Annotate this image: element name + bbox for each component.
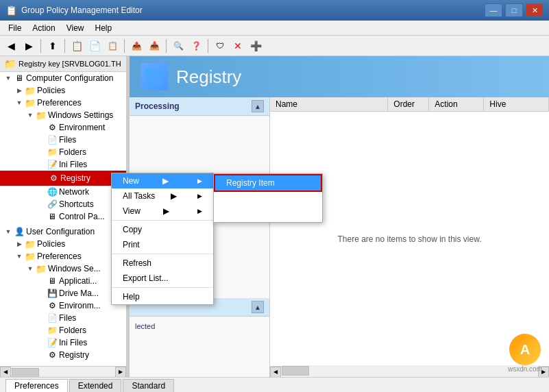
tree-node-registry-2[interactable]: ⚙ Registry — [0, 349, 126, 361]
context-menu[interactable]: New ▶ Registry Item Collection Item Regi… — [111, 173, 214, 305]
tab-standard[interactable]: Standard — [123, 379, 174, 392]
help-button[interactable]: ❓ — [188, 38, 204, 54]
windows-settings-1-label: Windows Settings — [48, 110, 113, 120]
menu-help[interactable]: Help — [90, 22, 118, 34]
watermark-text: wsxdn.com — [508, 365, 542, 373]
ctx-print[interactable]: Print — [112, 237, 213, 252]
expander-user-config[interactable]: ▼ — [3, 226, 14, 237]
setting-icon-registry-2: ⚙ — [47, 350, 58, 360]
second-collapse-btn[interactable]: ▲ — [252, 301, 264, 313]
app-icon: 📋 — [5, 5, 17, 16]
expander-computer-config[interactable]: ▼ — [3, 73, 14, 84]
properties-button[interactable]: 🔍 — [170, 38, 186, 54]
up-button[interactable]: ⬆ — [45, 38, 61, 54]
tree-node-windows-settings-1[interactable]: ▼ 📁 Windows Settings — [0, 109, 126, 121]
add-button[interactable]: ➕ — [247, 38, 264, 54]
tree-node-files-2[interactable]: 📄 Files — [0, 312, 126, 324]
tree-node-files-1[interactable]: 📄 Files — [0, 134, 126, 146]
tree-node-computer-config[interactable]: ▼ 🖥 Computer Configuration — [0, 72, 126, 84]
import-button[interactable]: 📥 — [146, 38, 162, 54]
show-hide-button[interactable]: 📋 — [69, 38, 85, 54]
setting-icon-registry-1: ⚙ — [48, 173, 59, 184]
tree-node-registry-1[interactable]: ⚙ Registry — [0, 171, 126, 186]
tab-extended[interactable]: Extended — [69, 379, 122, 392]
ctx-help[interactable]: Help — [112, 289, 213, 304]
ini-files-2-label: Ini Files — [59, 338, 87, 347]
tree-node-apps[interactable]: 🖥 Applicati... — [0, 275, 126, 287]
scroll-thumb-tree[interactable] — [12, 368, 39, 377]
submenu-registry-item[interactable]: Registry Item — [214, 174, 322, 192]
submenu-collection-item[interactable]: Collection Item — [214, 192, 322, 207]
tree-node-policies-2[interactable]: ▶ 📁 Policies — [0, 238, 126, 250]
ini-files-1-label: Ini Files — [59, 160, 87, 169]
setting-icon-ini-2: 📝 — [47, 337, 58, 348]
expander-preferences-2[interactable]: ▼ — [14, 251, 25, 262]
tree-node-preferences-1[interactable]: ▼ 📁 Preferences — [0, 97, 126, 109]
registry-1-label: Registry — [60, 173, 90, 183]
shield-button[interactable]: 🛡 — [212, 38, 228, 54]
expander-preferences-1[interactable]: ▼ — [14, 97, 25, 108]
tree-node-environment-1[interactable]: ⚙ Environment — [0, 121, 126, 134]
ctx-view-arrow: ▶ — [163, 206, 169, 216]
tree-node-drives[interactable]: 💾 Drive Ma... — [0, 287, 126, 299]
tree-node-folders-2[interactable]: 📁 Folders — [0, 324, 126, 336]
ctx-copy[interactable]: Copy — [112, 222, 213, 237]
ctx-all-tasks-arrow: ▶ — [171, 191, 177, 201]
tree-node-control-panel-1[interactable]: 🖥 Control Pa... — [0, 210, 126, 223]
maximize-button[interactable]: □ — [505, 3, 523, 17]
forward-button[interactable]: ▶ — [21, 38, 37, 54]
table-scroll-left[interactable]: ◀ — [270, 367, 281, 378]
svg-rect-3 — [155, 77, 163, 86]
scroll-left-btn[interactable]: ◀ — [0, 367, 11, 378]
tree-scrollbar[interactable]: ◀ ▶ — [0, 366, 126, 377]
expander-windows-settings-2[interactable]: ▼ — [25, 263, 36, 274]
tree-node-ini-files-2[interactable]: 📝 Ini Files — [0, 336, 126, 349]
folders-2-label: Folders — [59, 326, 86, 335]
expander-policies-1[interactable]: ▶ — [14, 85, 25, 96]
setting-icon-apps: 🖥 — [47, 275, 58, 286]
scroll-right-btn[interactable]: ▶ — [115, 367, 126, 378]
tree-content[interactable]: ▼ 🖥 Computer Configuration ▶ 📁 Policies … — [0, 72, 126, 376]
tree-node-shortcuts-1[interactable]: 🔗 Shortcuts — [0, 198, 126, 210]
policies-2-label: Policies — [37, 239, 65, 249]
tab-preferences[interactable]: Preferences — [5, 379, 68, 392]
table-scroll-thumb[interactable] — [282, 366, 309, 376]
tree-node-folders-1[interactable]: 📁 Folders — [0, 146, 126, 158]
tree-node-ini-files-1[interactable]: 📝 Ini Files — [0, 158, 126, 171]
tree-node-preferences-2[interactable]: ▼ 📁 Preferences — [0, 250, 126, 262]
copy-button[interactable]: 📄 — [86, 38, 103, 54]
ctx-export[interactable]: Export List... — [112, 271, 213, 286]
tree-node-network-1[interactable]: 🌐 Network — [0, 186, 126, 198]
menu-action[interactable]: Action — [27, 22, 60, 34]
cancel-button[interactable]: ✕ — [230, 38, 246, 54]
ctx-refresh[interactable]: Refresh — [112, 256, 213, 271]
tree-header: 📁 Registry key [SRVBLOG01.TH — [0, 56, 126, 72]
new-submenu[interactable]: Registry Item Collection Item Registry W… — [213, 173, 323, 223]
minimize-button[interactable]: — — [485, 3, 502, 17]
expander-policies-2[interactable]: ▶ — [14, 238, 25, 249]
svg-rect-2 — [145, 77, 154, 86]
export-button[interactable]: 📤 — [128, 38, 145, 54]
ctx-all-tasks[interactable]: All Tasks ▶ — [112, 188, 213, 204]
drives-label: Drive Ma... — [59, 289, 99, 298]
back-button[interactable]: ◀ — [3, 38, 19, 54]
ctx-view-label: View — [123, 206, 141, 216]
processing-label: Processing — [135, 101, 180, 111]
submenu-registry-wizard[interactable]: Registry Wizard — [214, 207, 322, 222]
processing-collapse-btn[interactable]: ▲ — [252, 100, 264, 112]
menu-file[interactable]: File — [3, 22, 27, 34]
tree-node-user-config[interactable]: ▼ 👤 User Configuration — [0, 225, 126, 238]
svg-rect-1 — [155, 68, 163, 76]
tree-node-windows-settings-2[interactable]: ▼ 📁 Windows Se... — [0, 262, 126, 275]
ctx-view[interactable]: View ▶ — [112, 204, 213, 219]
table-scrollbar[interactable]: ◀ ▶ — [270, 366, 549, 377]
paste-button[interactable]: 📋 — [104, 38, 121, 54]
toolbar-separator-3 — [124, 39, 125, 53]
menu-view[interactable]: View — [61, 22, 90, 34]
tree-node-environment-2[interactable]: ⚙ Environm... — [0, 299, 126, 312]
close-button[interactable]: ✕ — [526, 3, 544, 17]
expander-windows-settings-1[interactable]: ▼ — [25, 110, 36, 121]
tree-node-policies-1[interactable]: ▶ 📁 Policies — [0, 84, 126, 97]
ctx-new[interactable]: New ▶ Registry Item Collection Item Regi… — [112, 173, 213, 188]
setting-icon-network-1: 🌐 — [47, 186, 58, 197]
